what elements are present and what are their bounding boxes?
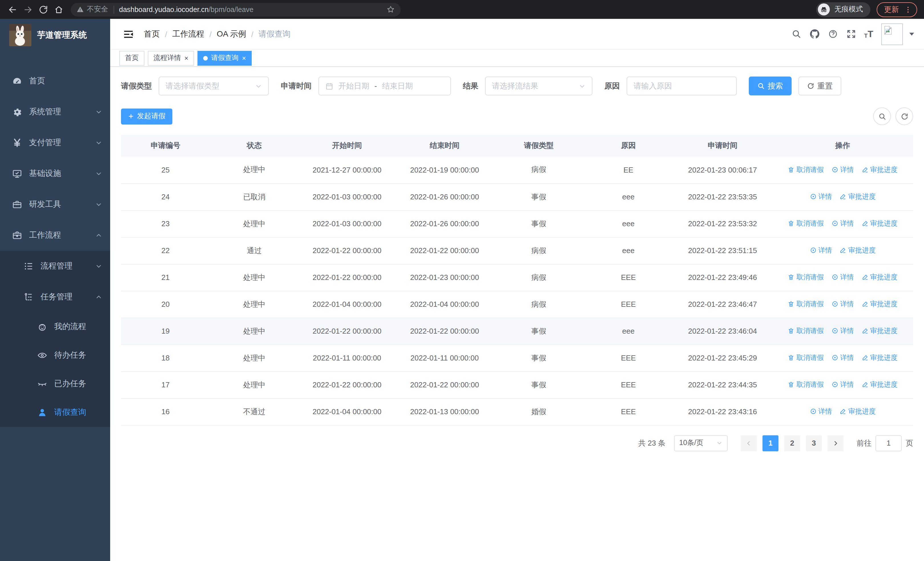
detail-link[interactable]: 详情 (810, 192, 832, 202)
reason-input[interactable]: 请输入原因 (627, 77, 737, 95)
sidebar-item-process-management[interactable]: 流程管理 (0, 251, 110, 282)
sidebar-item-label: 研发工具 (29, 199, 95, 210)
sidebar-item-label: 我的流程 (54, 322, 102, 332)
sidebar-fold-icon[interactable] (123, 28, 134, 40)
chevron-down-icon[interactable] (909, 31, 915, 37)
cancel-leave-link[interactable]: 取消请假 (788, 353, 824, 363)
sidebar-item-devtools[interactable]: 研发工具 (0, 189, 110, 220)
active-tab-dot (203, 56, 208, 60)
create-leave-button[interactable]: 发起请假 (121, 108, 172, 124)
security-label[interactable]: 不安全 (87, 5, 108, 14)
sidebar-item-system[interactable]: 系统管理 (0, 96, 110, 127)
cell-status: 处理中 (210, 156, 298, 183)
fullscreen-icon[interactable] (846, 29, 856, 39)
app-logo-row[interactable]: 芋道管理系统 (0, 19, 110, 51)
detail-link[interactable]: 详情 (831, 219, 854, 229)
page-button-2[interactable]: 2 (784, 435, 800, 451)
close-icon[interactable]: × (242, 54, 246, 62)
next-page-button[interactable] (828, 435, 843, 451)
create-leave-label: 发起请假 (137, 111, 165, 121)
sidebar-item-task-management[interactable]: 任务管理 (0, 282, 110, 313)
github-icon[interactable] (809, 29, 819, 39)
cancel-leave-link[interactable]: 取消请假 (788, 272, 824, 282)
breadcrumb-item[interactable]: OA 示例 (217, 29, 246, 39)
result-select[interactable]: 请选择流结果 (485, 77, 592, 95)
url-bar[interactable]: 不安全 dashboard.yudao.iocoder.cn/bpm/oa/le… (71, 3, 400, 16)
reset-button[interactable]: 重置 (798, 77, 841, 95)
refresh-table-button[interactable] (896, 107, 913, 125)
back-icon[interactable] (4, 2, 20, 17)
leave-type-select[interactable]: 请选择请假类型 (159, 77, 269, 95)
detail-link[interactable]: 详情 (810, 407, 832, 417)
page-size-select[interactable]: 10条/页 (674, 435, 728, 451)
breadcrumb-item[interactable]: 首页 (144, 29, 160, 39)
prev-page-button[interactable] (741, 435, 757, 451)
detail-link[interactable]: 详情 (831, 353, 854, 363)
detail-link[interactable]: 详情 (831, 299, 854, 309)
sidebar-item-payment[interactable]: 支付管理 (0, 127, 110, 158)
search-icon[interactable] (791, 29, 801, 39)
tab-leave-query[interactable]: 请假查询 × (198, 51, 252, 65)
page-button-3[interactable]: 3 (806, 435, 822, 451)
approval-progress-link[interactable]: 审批进度 (861, 353, 897, 363)
cell-reason: EEE (584, 344, 673, 371)
sidebar-item-todo-tasks[interactable]: 待办任务 (0, 341, 110, 370)
breadcrumb-item[interactable]: 工作流程 (172, 29, 204, 39)
approval-progress-link[interactable]: 审批进度 (840, 407, 876, 417)
bookmark-star-icon[interactable] (386, 5, 395, 14)
font-size-icon[interactable]: TT (864, 29, 873, 39)
cell-reason: EE (584, 156, 673, 183)
detail-link[interactable]: 详情 (831, 326, 854, 336)
sidebar-item-workflow[interactable]: 工作流程 (0, 220, 110, 251)
search-button[interactable]: 搜索 (749, 77, 792, 95)
update-button[interactable]: 更新 (877, 2, 917, 17)
breadcrumb-separator: / (210, 29, 212, 39)
detail-link[interactable]: 详情 (831, 380, 854, 390)
cancel-leave-link[interactable]: 取消请假 (788, 219, 824, 229)
sidebar-item-my-process[interactable]: 我的流程 (0, 313, 110, 341)
cancel-leave-link[interactable]: 取消请假 (788, 380, 824, 390)
detail-link[interactable]: 详情 (831, 165, 854, 174)
approval-progress-link[interactable]: 审批进度 (861, 272, 897, 282)
column-header: 原因 (584, 135, 673, 156)
forward-icon[interactable] (20, 2, 35, 17)
approval-progress-link[interactable]: 审批进度 (840, 192, 876, 202)
cell-leave-type: 病假 (494, 264, 584, 291)
cell-end-time: 2022-01-22 00:00:00 (396, 237, 494, 264)
home-icon[interactable] (51, 2, 66, 17)
sidebar-item-done-tasks[interactable]: 已办任务 (0, 370, 110, 398)
help-icon[interactable] (828, 29, 838, 39)
table-row: 19 处理中 2022-01-22 00:00:00 2022-01-22 00… (121, 317, 913, 344)
cancel-leave-link[interactable]: 取消请假 (788, 299, 824, 309)
sidebar-item-infrastructure[interactable]: 基础设施 (0, 158, 110, 189)
browser-menu-icon[interactable] (904, 5, 912, 14)
breadcrumb-separator: / (165, 29, 167, 39)
detail-link[interactable]: 详情 (810, 246, 832, 256)
show-search-button[interactable] (873, 107, 891, 125)
avatar[interactable] (881, 23, 903, 45)
goto-page-input[interactable]: 1 (876, 435, 902, 451)
approval-progress-label: 审批进度 (870, 272, 897, 282)
view-icon (831, 355, 838, 361)
approval-progress-link[interactable]: 审批进度 (840, 246, 876, 256)
cancel-leave-link[interactable]: 取消请假 (788, 165, 824, 174)
approval-progress-link[interactable]: 审批进度 (861, 219, 897, 229)
approval-progress-link[interactable]: 审批进度 (861, 299, 897, 309)
cancel-leave-link[interactable]: 取消请假 (788, 326, 824, 336)
tab-process-detail[interactable]: 流程详情 × (148, 51, 194, 65)
approval-progress-link[interactable]: 审批进度 (861, 380, 897, 390)
detail-link[interactable]: 详情 (831, 272, 854, 282)
cell-start-time: 2022-01-03 00:00:00 (298, 210, 396, 237)
tab-home[interactable]: 首页 (119, 51, 144, 65)
cancel-leave-label: 取消请假 (796, 353, 824, 363)
cell-leave-type: 事假 (494, 317, 584, 344)
sidebar-item-home[interactable]: 首页 (0, 66, 110, 96)
sidebar-item-leave-query[interactable]: 请假查询 (0, 398, 110, 427)
close-icon[interactable]: × (184, 54, 188, 62)
page-button-1[interactable]: 1 (762, 435, 778, 451)
approval-progress-link[interactable]: 审批进度 (861, 326, 897, 336)
reload-icon[interactable] (35, 2, 51, 17)
approval-progress-link[interactable]: 审批进度 (861, 165, 897, 174)
table-row: 24 已取消 2022-01-03 00:00:00 2022-01-26 00… (121, 183, 913, 210)
apply-time-range-picker[interactable]: 开始日期 - 结束日期 (318, 77, 451, 95)
